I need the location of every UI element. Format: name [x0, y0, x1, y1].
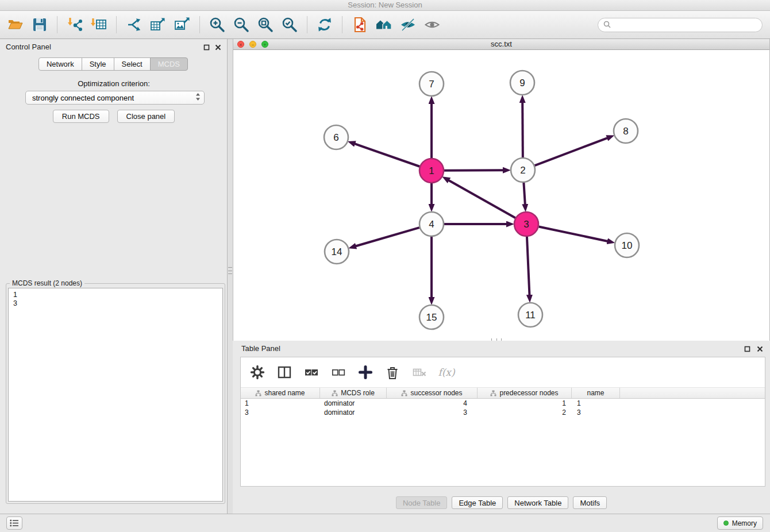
- graph-node-10[interactable]: 10: [615, 233, 639, 257]
- cell-successor-nodes[interactable]: 4: [387, 399, 478, 408]
- open-folder-icon[interactable]: [3, 13, 28, 36]
- selected-criterion: strongly connected component: [32, 94, 195, 102]
- graph-edge-1-2[interactable]: [444, 170, 503, 171]
- network-window-titlebar: × − + scc.txt: [233, 39, 769, 50]
- cell-name[interactable]: 3: [572, 408, 620, 417]
- graph-edge-2-3[interactable]: [523, 183, 525, 205]
- tab-mcds[interactable]: MCDS: [150, 57, 188, 71]
- column-header-successor-nodes[interactable]: successor nodes: [387, 388, 478, 398]
- gear-icon[interactable]: [248, 363, 267, 382]
- graph-edge-1-6[interactable]: [355, 144, 419, 167]
- cell-shared-name[interactable]: 3: [241, 408, 320, 417]
- tab-style[interactable]: Style: [82, 57, 114, 71]
- cell-successor-nodes[interactable]: 3: [387, 408, 478, 417]
- select-all-icon[interactable]: [302, 363, 321, 382]
- vertical-splitter-grip[interactable]: [228, 265, 232, 276]
- show-hide-eye-icon[interactable]: [420, 13, 444, 36]
- table-panel-float-icon[interactable]: [743, 345, 751, 353]
- run-mcds-button[interactable]: Run MCDS: [53, 110, 109, 123]
- minimize-traffic-light[interactable]: −: [249, 41, 256, 48]
- export-image-icon[interactable]: [170, 13, 194, 36]
- column-header-name[interactable]: name: [572, 388, 620, 398]
- network-canvas[interactable]: 7968124314101511: [233, 50, 769, 341]
- memory-button[interactable]: Memory: [717, 516, 763, 530]
- control-panel-tabs: Network Style Select MCDS: [0, 57, 227, 71]
- table-header-row: shared name MCDS role successor nodes pr…: [241, 388, 765, 399]
- tab-network-table[interactable]: Network Table: [507, 496, 568, 509]
- column-header-mcds-role[interactable]: MCDS role: [320, 388, 387, 398]
- graph-node-6[interactable]: 6: [324, 125, 348, 149]
- save-icon[interactable]: [28, 13, 52, 36]
- control-panel-close-icon[interactable]: [214, 43, 222, 51]
- toolbar-separator: [199, 16, 200, 33]
- toolbar-separator: [342, 16, 342, 33]
- apply-layout-refresh-icon[interactable]: [313, 13, 337, 36]
- graph-node-7[interactable]: 7: [419, 72, 444, 96]
- network-document-share-icon[interactable]: [348, 13, 372, 36]
- import-table-icon[interactable]: [87, 13, 111, 36]
- cell-predecessor-nodes[interactable]: 1: [478, 399, 572, 408]
- graph-node-4[interactable]: 4: [419, 212, 444, 236]
- graph-node-3[interactable]: 3: [514, 212, 538, 236]
- graph-node-8[interactable]: 8: [614, 119, 638, 143]
- mcds-result-value: 1: [13, 291, 218, 299]
- graph-edge-2-8[interactable]: [535, 138, 608, 165]
- close-traffic-light[interactable]: ×: [237, 41, 244, 48]
- graph-edge-3-1[interactable]: [449, 180, 515, 218]
- graph-node-14[interactable]: 14: [325, 240, 349, 264]
- graph-node-1[interactable]: 1: [419, 159, 444, 183]
- zoom-in-icon[interactable]: [205, 13, 229, 36]
- graph-node-2[interactable]: 2: [511, 158, 535, 182]
- graph-edge-4-14[interactable]: [356, 228, 419, 246]
- tab-motifs[interactable]: Motifs: [573, 496, 607, 509]
- toggle-graphics-details-icon[interactable]: [396, 13, 420, 36]
- delete-row-trash-icon[interactable]: [383, 363, 402, 382]
- cell-predecessor-nodes[interactable]: 2: [478, 408, 572, 417]
- tab-node-table[interactable]: Node Table: [396, 496, 448, 509]
- table-row: 3 dominator 3 2 3: [241, 408, 765, 417]
- maximize-traffic-light[interactable]: +: [261, 41, 268, 48]
- optimization-criterion-select[interactable]: strongly connected component: [25, 91, 205, 105]
- search-input[interactable]: [614, 21, 757, 29]
- task-history-button[interactable]: [6, 516, 22, 530]
- zoom-out-icon[interactable]: [229, 13, 253, 36]
- tab-edge-table[interactable]: Edge Table: [452, 496, 503, 509]
- deselect-all-icon[interactable]: [329, 363, 348, 382]
- graph-node-11[interactable]: 11: [518, 303, 542, 327]
- cell-mcds-role[interactable]: dominator: [320, 408, 387, 417]
- mcds-result-list[interactable]: 1 3: [8, 288, 223, 502]
- cell-mcds-role[interactable]: dominator: [320, 399, 387, 408]
- graph-edge-3-10[interactable]: [539, 227, 608, 241]
- table-tabs: Node Table Edge Table Network Table Moti…: [233, 496, 770, 509]
- graph-edge-2-9[interactable]: [522, 102, 523, 157]
- tab-network[interactable]: Network: [38, 57, 82, 71]
- graph-edge-3-11[interactable]: [527, 237, 530, 295]
- control-panel-float-icon[interactable]: [202, 43, 210, 51]
- split-columns-icon[interactable]: [275, 363, 294, 382]
- cell-shared-name[interactable]: 1: [241, 399, 320, 408]
- table-panel-close-icon[interactable]: [756, 345, 764, 353]
- svg-text:1: 1: [429, 165, 434, 176]
- zoom-selected-icon[interactable]: [278, 13, 302, 36]
- function-builder-icon[interactable]: f(x): [437, 363, 456, 382]
- new-network-from-selection-icon[interactable]: [122, 13, 146, 36]
- toolbar-separator: [116, 16, 117, 33]
- close-panel-button[interactable]: Close panel: [117, 110, 175, 123]
- delete-table-icon[interactable]: [410, 363, 429, 382]
- home-galleries-icon[interactable]: [372, 13, 396, 36]
- export-table-icon[interactable]: [146, 13, 170, 36]
- graph-node-9[interactable]: 9: [510, 71, 534, 95]
- search-box[interactable]: [598, 18, 763, 32]
- mcds-result-group: MCDS result (2 nodes) 1 3: [6, 283, 225, 504]
- svg-text:7: 7: [429, 79, 434, 90]
- column-header-predecessor-nodes[interactable]: predecessor nodes: [478, 388, 572, 398]
- tab-select[interactable]: Select: [114, 57, 151, 71]
- column-header-shared-name[interactable]: shared name: [241, 388, 320, 398]
- column-type-icon: [332, 390, 338, 396]
- svg-text:3: 3: [523, 219, 529, 230]
- import-network-icon[interactable]: [63, 13, 87, 36]
- graph-node-15[interactable]: 15: [419, 305, 444, 329]
- cell-name[interactable]: 1: [572, 399, 620, 408]
- add-row-icon[interactable]: [356, 363, 375, 382]
- zoom-fit-icon[interactable]: [253, 13, 278, 36]
